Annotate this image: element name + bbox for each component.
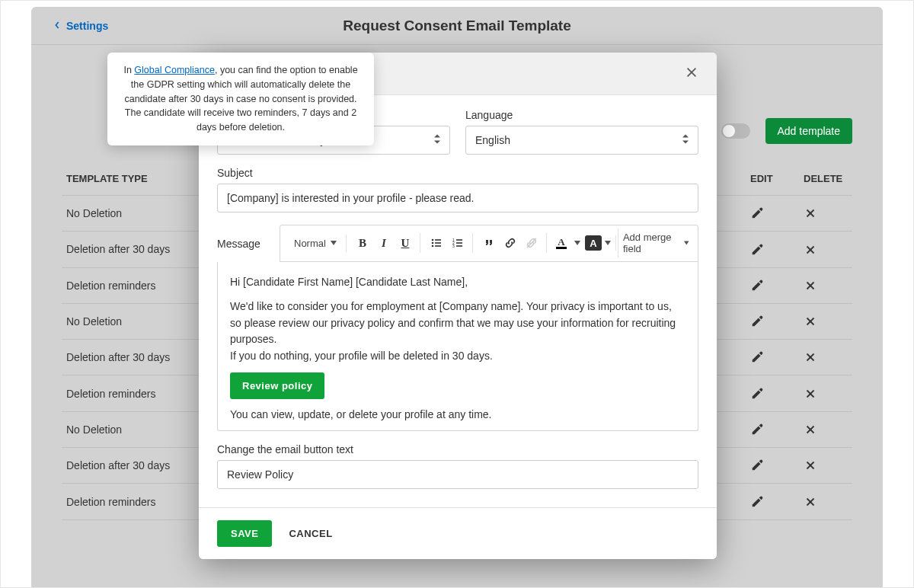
back-link[interactable]: Settings — [31, 20, 108, 32]
page-title: Request Consent Email Template — [31, 18, 883, 34]
language-select-value[interactable] — [465, 126, 698, 155]
edit-icon[interactable] — [750, 243, 764, 257]
underline-icon[interactable]: U — [395, 233, 415, 253]
add-template-button[interactable]: Add template — [765, 118, 853, 144]
delete-icon[interactable] — [804, 206, 817, 220]
global-compliance-link[interactable]: Global Compliance — [134, 65, 215, 75]
edit-icon[interactable] — [750, 459, 764, 472]
edit-icon[interactable] — [750, 423, 764, 436]
svg-marker-42 — [605, 241, 611, 245]
delete-icon[interactable] — [804, 315, 817, 328]
delete-icon[interactable] — [804, 423, 817, 436]
highlight-color-icon[interactable]: A — [585, 235, 602, 251]
message-label: Message — [217, 238, 266, 250]
app-header: Settings Request Consent Email Template — [31, 7, 883, 45]
svg-rect-33 — [435, 245, 441, 247]
merge-field-select[interactable]: Add merge field — [618, 228, 693, 257]
svg-marker-27 — [331, 241, 337, 245]
edit-icon[interactable] — [750, 387, 764, 401]
body-greeting: Hi [Candidate First Name] [Candidate Las… — [230, 274, 686, 291]
delete-icon[interactable] — [804, 387, 817, 401]
tooltip-prefix: In — [123, 65, 134, 75]
unlink-icon[interactable] — [522, 233, 542, 253]
svg-point-30 — [432, 242, 434, 244]
italic-icon[interactable]: I — [374, 233, 394, 253]
delete-icon[interactable] — [804, 495, 817, 509]
button-text-label: Change the email button text — [217, 443, 698, 455]
chevron-left-icon — [54, 20, 60, 32]
close-icon[interactable] — [685, 66, 698, 81]
merge-field-label: Add merge field — [623, 232, 679, 254]
body-p1: We'd like to consider you for employment… — [230, 300, 676, 345]
language-label: Language — [465, 109, 698, 121]
feature-toggle[interactable] — [721, 123, 750, 139]
svg-marker-43 — [684, 241, 689, 245]
col-header-delete: DELETE — [799, 162, 852, 196]
edit-icon[interactable] — [750, 206, 764, 220]
link-icon[interactable] — [500, 233, 520, 253]
edit-icon[interactable] — [750, 315, 764, 328]
subject-input[interactable] — [217, 184, 698, 213]
delete-icon[interactable] — [804, 279, 817, 292]
svg-point-28 — [432, 239, 434, 241]
body-p2: If you do nothing, your profile will be … — [230, 350, 493, 362]
review-policy-button[interactable]: Review policy — [230, 372, 324, 399]
svg-rect-35 — [456, 239, 462, 241]
svg-point-32 — [432, 245, 434, 248]
delete-icon[interactable] — [804, 459, 817, 472]
back-link-label: Settings — [66, 20, 108, 32]
message-editor[interactable]: Hi [Candidate First Name] [Candidate Las… — [217, 262, 698, 431]
body-p3: You can view, update, or delete your pro… — [230, 407, 686, 423]
delete-icon[interactable] — [804, 350, 817, 364]
subject-label: Subject — [217, 167, 698, 179]
svg-rect-31 — [435, 242, 441, 244]
edit-icon[interactable] — [750, 495, 764, 509]
save-button[interactable]: SAVE — [217, 520, 272, 547]
svg-rect-29 — [435, 239, 441, 241]
svg-text:3: 3 — [452, 244, 455, 248]
svg-rect-39 — [456, 245, 462, 247]
bold-icon[interactable]: B — [353, 233, 372, 253]
col-header-edit: EDIT — [746, 162, 799, 196]
quote-icon[interactable] — [479, 233, 499, 253]
cancel-button[interactable]: CANCEL — [289, 528, 332, 539]
edit-icon[interactable] — [750, 279, 764, 292]
bullet-list-icon[interactable] — [427, 233, 446, 253]
language-select[interactable] — [465, 126, 698, 155]
edit-icon[interactable] — [750, 350, 764, 364]
svg-marker-41 — [574, 241, 580, 245]
ordered-list-icon[interactable]: 123 — [448, 233, 468, 253]
format-value: Normal — [294, 238, 326, 249]
svg-rect-37 — [456, 242, 462, 244]
text-color-icon[interactable]: A — [553, 237, 570, 249]
editor-toolbar: Normal B I U — [280, 225, 698, 261]
delete-icon[interactable] — [804, 243, 817, 257]
button-text-input[interactable] — [217, 460, 698, 489]
format-select[interactable]: Normal — [289, 235, 341, 252]
gdpr-tooltip: In Global Compliance, you can find the o… — [107, 53, 374, 145]
